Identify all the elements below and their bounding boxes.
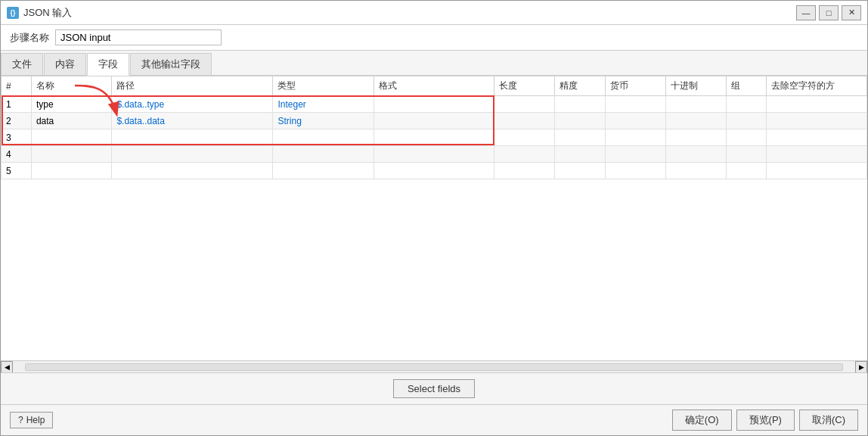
table-container[interactable]: # 名称 路径 类型 格式 长度 精度 货币 十进制 组 去除空字符的方 [1,76,867,360]
question-icon: ? [18,415,23,425]
cell-num[interactable]: 5 [2,163,32,179]
scroll-right-button[interactable]: ▶ [855,361,867,373]
cell-type[interactable] [273,129,374,146]
cell-length[interactable] [494,146,555,163]
horizontal-scrollbar[interactable]: ◀ ▶ [1,360,867,372]
cell-type[interactable] [273,146,374,163]
cell-format[interactable] [374,96,494,113]
cell-decimal[interactable] [665,163,726,179]
minimize-button[interactable]: — [796,5,816,20]
cell-decimal[interactable] [665,129,726,146]
window-title: JSON 输入 [23,6,72,20]
col-header-name: 名称 [31,76,112,96]
cell-format[interactable] [374,129,494,146]
cell-precision[interactable] [555,113,606,129]
cell-path[interactable]: $.data..type [112,96,273,113]
cell-name[interactable] [31,163,112,179]
help-label: Help [26,415,45,425]
cell-group[interactable] [726,96,766,113]
cell-precision[interactable] [555,129,606,146]
cell-precision[interactable] [555,96,606,113]
table-row[interactable]: 2data$.data..dataString [2,113,867,129]
cell-length[interactable] [494,163,555,179]
help-button[interactable]: ? Help [10,412,53,428]
cell-format[interactable] [374,113,494,129]
col-header-decimal: 十进制 [665,76,726,96]
cell-path[interactable] [112,129,273,146]
cell-group[interactable] [726,163,766,179]
cell-trim[interactable] [766,129,866,146]
cell-type[interactable]: String [273,113,374,129]
cell-precision[interactable] [555,146,606,163]
ok-button[interactable]: 确定(O) [672,410,732,431]
bottom-toolbar: Select fields [1,372,867,404]
cancel-button[interactable]: 取消(C) [799,410,858,431]
tab-other-output[interactable]: 其他输出字段 [130,53,212,75]
col-header-num: # [2,76,32,96]
tab-file[interactable]: 文件 [1,53,43,75]
col-header-currency: 货币 [605,76,665,96]
cell-name[interactable]: type [31,96,112,113]
cell-currency[interactable] [605,146,665,163]
cell-name[interactable]: data [31,113,112,129]
cell-num[interactable]: 3 [2,129,32,146]
cell-name[interactable] [31,146,112,163]
close-button[interactable]: ✕ [842,5,861,20]
scroll-left-button[interactable]: ◀ [1,361,13,373]
cell-length[interactable] [494,96,555,113]
step-name-input[interactable] [55,30,222,45]
tab-content[interactable]: 内容 [44,53,86,75]
cell-group[interactable] [726,129,766,146]
cell-currency[interactable] [605,96,665,113]
cell-trim[interactable] [766,113,866,129]
cell-trim[interactable] [766,163,866,179]
scroll-track[interactable] [25,363,843,371]
cell-format[interactable] [374,146,494,163]
title-bar-left: {} JSON 输入 [7,6,72,20]
cell-trim[interactable] [766,96,866,113]
footer-bar: ? Help 确定(O) 预览(P) 取消(C) [1,404,867,435]
cell-type[interactable] [273,163,374,179]
table-header: # 名称 路径 类型 格式 长度 精度 货币 十进制 组 去除空字符的方 [2,76,867,96]
col-header-group: 组 [726,76,766,96]
table-row[interactable]: 1type$.data..typeInteger [2,96,867,113]
cell-num[interactable]: 1 [2,96,32,113]
cell-num[interactable]: 4 [2,146,32,163]
title-bar: {} JSON 输入 — □ ✕ [1,1,867,25]
content-area: # 名称 路径 类型 格式 长度 精度 货币 十进制 组 去除空字符的方 [1,76,867,404]
cell-trim[interactable] [766,146,866,163]
cell-decimal[interactable] [665,146,726,163]
table-row[interactable]: 5 [2,163,867,179]
tab-fields[interactable]: 字段 [87,53,129,76]
cell-group[interactable] [726,113,766,129]
col-header-precision: 精度 [555,76,606,96]
preview-button[interactable]: 预览(P) [736,410,795,431]
cell-path[interactable] [112,146,273,163]
cell-currency[interactable] [605,113,665,129]
cell-length[interactable] [494,129,555,146]
step-name-bar: 步骤名称 [1,25,867,51]
cell-precision[interactable] [555,163,606,179]
table-body: 1type$.data..typeInteger2data$.data..dat… [2,96,867,179]
cell-currency[interactable] [605,163,665,179]
cell-group[interactable] [726,146,766,163]
cell-path[interactable] [112,163,273,179]
maximize-button[interactable]: □ [819,5,839,20]
cell-format[interactable] [374,163,494,179]
select-fields-button[interactable]: Select fields [393,379,475,398]
table-row[interactable]: 3 [2,129,867,146]
cell-name[interactable] [31,129,112,146]
cell-length[interactable] [494,113,555,129]
window-controls: — □ ✕ [796,5,861,20]
col-header-type: 类型 [273,76,374,96]
col-header-length: 长度 [494,76,555,96]
cell-path[interactable]: $.data..data [112,113,273,129]
cell-num[interactable]: 2 [2,113,32,129]
cell-decimal[interactable] [665,113,726,129]
app-icon: {} [7,7,19,19]
cell-type[interactable]: Integer [273,96,374,113]
cell-decimal[interactable] [665,96,726,113]
footer-left: ? Help [10,412,53,428]
cell-currency[interactable] [605,129,665,146]
table-row[interactable]: 4 [2,146,867,163]
